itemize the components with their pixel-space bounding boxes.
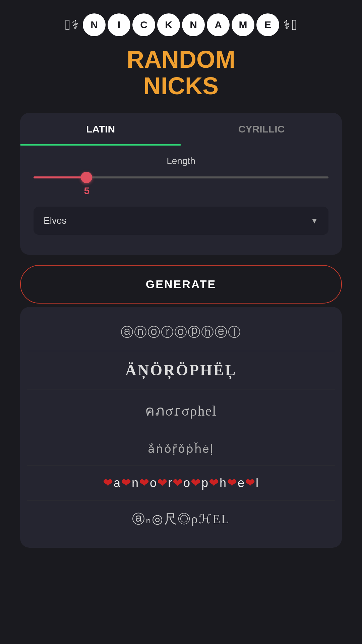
staff-left: ⚕	[72, 17, 79, 32]
results-card: ⓐⓝⓞⓡⓞⓟⓗⓔⓛ ÄŅÖŖÖPHËĻ คภσɾσρhel ắṅǒṝǒṗȟėḷ …	[20, 307, 342, 548]
style-dropdown[interactable]: Elves ▼	[34, 207, 328, 235]
app-header: 𓂀 ⚕ N I C K N A M E ⚕ 𓂀	[20, 13, 342, 36]
letter-k: K	[157, 13, 180, 36]
generate-button[interactable]: GENERATE	[20, 265, 342, 304]
result-diacritic: ÄŅÖŖÖPHËĻ	[27, 351, 335, 389]
staff-right: ⚕	[283, 17, 290, 32]
letter-c: C	[132, 13, 155, 36]
slider-fill	[34, 176, 86, 178]
generate-section: GENERATE	[20, 265, 342, 307]
tab-bar: LATIN CYRILLIC	[20, 113, 342, 146]
letter-m: M	[232, 13, 254, 36]
slider-value: 5	[84, 185, 89, 197]
letter-n2: N	[182, 13, 205, 36]
controls-area: Length 5 Elves ▼	[20, 146, 342, 245]
page-title: RANDOM NICKS	[127, 46, 235, 99]
dropdown-selected: Elves	[44, 215, 66, 226]
length-slider[interactable]: 5	[34, 176, 328, 197]
main-card: LATIN CYRILLIC Length 5 Elves ▼	[20, 113, 342, 255]
logo-left: 𓂀 ⚕	[65, 16, 79, 33]
dropdown-arrow-icon: ▼	[310, 216, 318, 225]
result-circled: ⓐⓝⓞⓡⓞⓟⓗⓔⓛ	[27, 314, 335, 351]
result-fancy: ⓐₙ◎尺◎ρℋEL	[27, 500, 335, 538]
ornament-right-1: 𓂀	[292, 16, 297, 33]
slider-track	[34, 176, 328, 178]
slider-thumb[interactable]	[81, 172, 92, 183]
letter-n1: N	[83, 13, 106, 36]
tab-cyrillic[interactable]: CYRILLIC	[181, 113, 342, 146]
result-ethnic: คภσɾσρhel	[27, 389, 335, 432]
length-label: Length	[34, 156, 328, 166]
tab-latin[interactable]: LATIN	[20, 113, 181, 146]
letter-i: I	[108, 13, 130, 36]
result-hearts: ❤a❤n❤o❤r❤o❤p❤h❤e❤l	[27, 466, 335, 500]
logo-right: ⚕ 𓂀	[283, 16, 297, 33]
result-tiny-diacritic: ắṅǒṝǒṗȟėḷ	[27, 432, 335, 466]
letter-a: A	[207, 13, 230, 36]
ornament-left-1: 𓂀	[65, 16, 70, 33]
nickname-letters: N I C K N A M E	[83, 13, 279, 36]
letter-e: E	[256, 13, 279, 36]
